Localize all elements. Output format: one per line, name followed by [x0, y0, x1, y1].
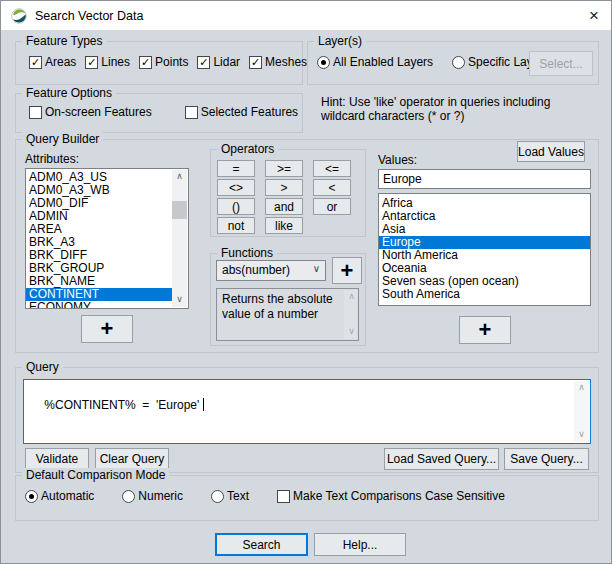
operators-group: Operators =>=<=<>><()andornotlike [210, 149, 366, 237]
layers-row: All Enabled LayersSpecific Layers [317, 55, 549, 69]
checkbox-box[interactable] [185, 106, 198, 119]
functions-legend: Functions [217, 246, 277, 260]
add-function-button[interactable]: + [332, 257, 362, 284]
radio-label: All Enabled Layers [333, 55, 433, 69]
list-item-antarctica[interactable]: Antarctica [379, 210, 590, 223]
feature-options-row: On-screen FeaturesSelected Features [29, 105, 298, 119]
search-button[interactable]: Search [215, 533, 308, 556]
list-item-economy[interactable]: ECONOMY [26, 301, 172, 309]
values-label: Values: [378, 153, 417, 167]
checkbox-label: Make Text Comparisons Case Sensitive [293, 489, 505, 503]
operator-button-[interactable]: <> [217, 179, 255, 196]
scrollbar-thumb[interactable] [172, 201, 187, 219]
add-attribute-button[interactable]: + [81, 315, 133, 343]
operators-grid: =>=<=<>><()andornotlike [217, 160, 351, 234]
checkbox-label: Meshes [265, 55, 307, 69]
operator-button-like[interactable]: like [265, 217, 303, 234]
hint-text: Hint: Use 'like' operator in queries inc… [321, 95, 591, 123]
load-saved-query-button[interactable]: Load Saved Query... [384, 448, 499, 470]
layers-radio-all-enabled-layers[interactable]: All Enabled Layers [317, 55, 433, 69]
radio-button[interactable] [317, 56, 330, 69]
checkbox-label: Lines [101, 55, 130, 69]
comparison-mode-group: Default Comparison Mode AutomaticNumeric… [15, 475, 599, 521]
scroll-up-icon[interactable]: ∧ [172, 170, 187, 184]
query-input[interactable]: %CONTINENT% = 'Europe' ∧ ∨ [23, 379, 591, 444]
attributes-scrollbar[interactable]: ∧ ∨ [172, 170, 187, 307]
feature-type-lidar[interactable]: ✓Lidar [197, 55, 240, 69]
feature-type-points[interactable]: ✓Points [139, 55, 188, 69]
save-query-button[interactable]: Save Query... [504, 448, 589, 470]
operator-button-[interactable]: = [217, 160, 255, 177]
attributes-list[interactable]: ADM0_A3_USADM0_A3_WBADM0_DIFADMINAREABRK… [25, 168, 189, 309]
checkbox-label: Points [155, 55, 188, 69]
function-description-text: Returns the absolute value of a number [222, 292, 333, 321]
operator-button-[interactable]: > [265, 179, 303, 196]
operator-button-[interactable]: >= [265, 160, 303, 177]
checkbox-box[interactable]: ✓ [139, 56, 152, 69]
radio-label: Automatic [41, 489, 94, 503]
feature-option-on-screen-features[interactable]: On-screen Features [29, 105, 152, 119]
operator-button-[interactable]: < [313, 179, 351, 196]
search-vector-data-dialog: Search Vector Data × Feature Types ✓Area… [0, 0, 612, 564]
query-builder-legend: Query Builder [22, 132, 103, 146]
operator-button-not[interactable]: not [217, 217, 255, 234]
radio-button[interactable] [25, 490, 38, 503]
case-sensitive-make-text-comparisons-case-sensitive[interactable]: Make Text Comparisons Case Sensitive [277, 489, 505, 503]
comparison-radio-automatic[interactable]: Automatic [25, 489, 94, 503]
layers-group: Layer(s) All Enabled LayersSpecific Laye… [307, 41, 599, 85]
checkbox-box[interactable] [277, 490, 290, 503]
functions-dropdown[interactable]: abs(number) ∨ [216, 260, 326, 281]
query-legend: Query [22, 360, 63, 374]
operator-button-[interactable]: <= [313, 160, 351, 177]
chevron-down-icon: ∨ [313, 263, 320, 274]
feature-type-areas[interactable]: ✓Areas [29, 55, 76, 69]
checkbox-box[interactable]: ✓ [85, 56, 98, 69]
radio-button[interactable] [211, 490, 224, 503]
select-layers-button[interactable]: Select... [529, 51, 593, 76]
scroll-up-icon[interactable]: ∧ [574, 381, 589, 395]
function-description-scrollbar[interactable]: ∧ ∨ [344, 290, 357, 339]
radio-label: Text [227, 489, 249, 503]
title-bar: Search Vector Data × [1, 1, 611, 31]
checkbox-label: Areas [45, 55, 76, 69]
feature-options-group: Feature Options On-screen FeaturesSelect… [15, 93, 303, 133]
scroll-down-icon[interactable]: ∨ [344, 325, 359, 339]
radio-button[interactable] [122, 490, 135, 503]
checkbox-box[interactable] [29, 106, 42, 119]
operator-button-[interactable]: () [217, 198, 255, 215]
window-title: Search Vector Data [35, 9, 143, 23]
checkbox-box[interactable]: ✓ [249, 56, 262, 69]
feature-type-meshes[interactable]: ✓Meshes [249, 55, 307, 69]
values-input[interactable]: Europe [378, 169, 591, 189]
checkbox-box[interactable]: ✓ [29, 56, 42, 69]
scroll-down-icon[interactable]: ∨ [172, 293, 187, 307]
query-text: %CONTINENT% = 'Europe' [44, 398, 202, 412]
feature-option-selected-features[interactable]: Selected Features [185, 105, 298, 119]
text-cursor [203, 398, 204, 411]
query-scrollbar[interactable]: ∧ ∨ [574, 381, 589, 442]
checkbox-label: Lidar [213, 55, 240, 69]
scroll-up-icon[interactable]: ∧ [344, 290, 359, 304]
comparison-radio-numeric[interactable]: Numeric [122, 489, 183, 503]
radio-label: Numeric [138, 489, 183, 503]
values-list[interactable]: AfricaAntarcticaAsiaEuropeNorth AmericaO… [378, 193, 591, 306]
feature-options-legend: Feature Options [22, 86, 116, 100]
operator-button-or[interactable]: or [313, 198, 351, 215]
validate-button[interactable]: Validate [25, 448, 89, 470]
scroll-down-icon[interactable]: ∨ [574, 428, 589, 442]
load-values-button[interactable]: Load Values [517, 141, 585, 162]
feature-type-lines[interactable]: ✓Lines [85, 55, 130, 69]
operator-button-and[interactable]: and [265, 198, 303, 215]
radio-button[interactable] [452, 56, 465, 69]
comparison-radio-text[interactable]: Text [211, 489, 249, 503]
close-icon[interactable]: × [577, 1, 611, 30]
add-value-button[interactable]: + [459, 316, 511, 344]
feature-types-row: ✓Areas✓Lines✓Points✓Lidar✓Meshes [29, 55, 307, 69]
clear-query-button[interactable]: Clear Query [95, 448, 169, 470]
help-button[interactable]: Help... [314, 533, 406, 556]
list-item-south-america[interactable]: South America [379, 288, 590, 301]
operators-legend: Operators [217, 142, 278, 156]
checkbox-box[interactable]: ✓ [197, 56, 210, 69]
feature-types-group: Feature Types ✓Areas✓Lines✓Points✓Lidar✓… [15, 41, 303, 85]
feature-types-legend: Feature Types [22, 34, 107, 48]
